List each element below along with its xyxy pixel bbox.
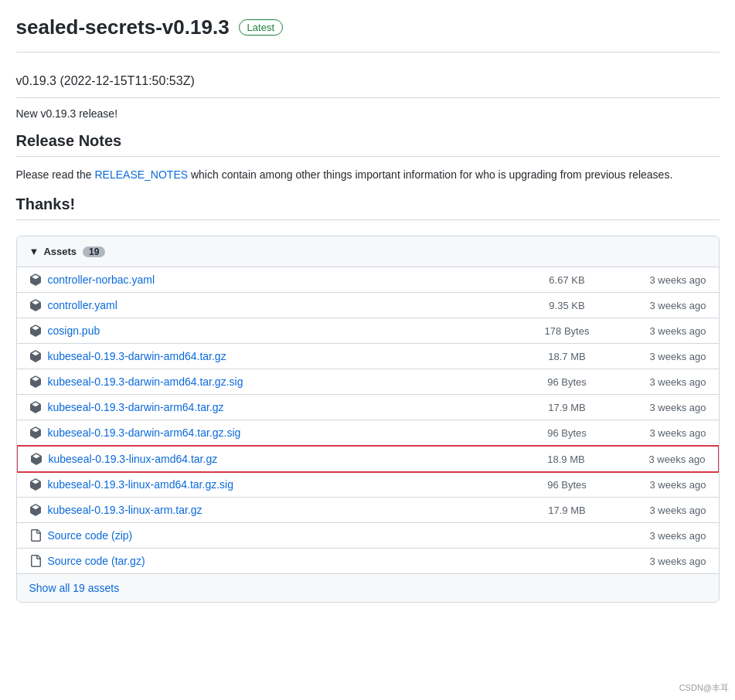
asset-time: 3 weeks ago bbox=[614, 505, 706, 516]
release-notes-pre: Please read the bbox=[16, 168, 95, 181]
asset-row: kubeseal-0.19.3-linux-amd64.tar.gz.sig96… bbox=[17, 472, 719, 498]
asset-name-link[interactable]: kubeseal-0.19.3-linux-amd64.tar.gz bbox=[49, 453, 520, 465]
release-notes-post: which contain among other things importa… bbox=[188, 168, 672, 181]
release-notes-text: Please read the RELEASE_NOTES which cont… bbox=[16, 166, 720, 183]
asset-row: Source code (zip)3 weeks ago bbox=[17, 523, 719, 549]
asset-time: 3 weeks ago bbox=[614, 402, 706, 413]
asset-row: kubeseal-0.19.3-darwin-amd64.tar.gz.sig9… bbox=[17, 369, 719, 395]
asset-name-link[interactable]: kubeseal-0.19.3-linux-arm.tar.gz bbox=[48, 504, 521, 516]
asset-row: kubeseal-0.19.3-darwin-amd64.tar.gz18.7 … bbox=[17, 344, 719, 369]
assets-chevron-icon: ▼ bbox=[29, 246, 39, 257]
asset-name-link[interactable]: kubeseal-0.19.3-darwin-amd64.tar.gz.sig bbox=[48, 375, 521, 388]
package-icon bbox=[29, 274, 42, 286]
release-description: New v0.19.3 release! bbox=[16, 107, 720, 120]
asset-time: 3 weeks ago bbox=[614, 376, 706, 388]
assets-heading: Assets bbox=[43, 246, 77, 257]
source-icon bbox=[29, 529, 42, 542]
latest-badge: Latest bbox=[239, 19, 283, 36]
asset-row: kubeseal-0.19.3-darwin-arm64.tar.gz.sig9… bbox=[17, 420, 719, 446]
asset-size: 18.9 MB bbox=[520, 454, 613, 465]
asset-time: 3 weeks ago bbox=[614, 530, 706, 542]
release-notes-heading: Release Notes bbox=[16, 132, 720, 157]
asset-name-link[interactable]: Source code (tar.gz) bbox=[48, 555, 521, 567]
package-icon bbox=[29, 299, 42, 311]
asset-row: cosign.pub178 Bytes3 weeks ago bbox=[17, 318, 719, 344]
assets-header: ▼ Assets 19 bbox=[17, 236, 719, 267]
asset-name-link[interactable]: kubeseal-0.19.3-darwin-amd64.tar.gz bbox=[48, 350, 521, 362]
asset-size: 6.67 KB bbox=[521, 274, 614, 286]
asset-size: 178 Bytes bbox=[521, 325, 614, 337]
asset-size: 96 Bytes bbox=[521, 479, 614, 491]
asset-row: kubeseal-0.19.3-linux-amd64.tar.gz18.9 M… bbox=[16, 445, 720, 473]
asset-time: 3 weeks ago bbox=[614, 351, 706, 362]
assets-count-badge: 19 bbox=[83, 246, 105, 257]
source-icon bbox=[29, 555, 42, 567]
asset-name-link[interactable]: Source code (zip) bbox=[48, 529, 521, 542]
asset-time: 3 weeks ago bbox=[614, 479, 706, 491]
package-icon bbox=[29, 325, 42, 337]
asset-time: 3 weeks ago bbox=[613, 454, 706, 465]
assets-section: ▼ Assets 19 controller-norbac.yaml6.67 K… bbox=[16, 236, 720, 603]
asset-size: 96 Bytes bbox=[521, 376, 614, 388]
show-all-assets-link[interactable]: Show all 19 assets bbox=[17, 573, 719, 602]
asset-time: 3 weeks ago bbox=[614, 274, 706, 286]
asset-name-link[interactable]: controller.yaml bbox=[48, 299, 521, 311]
release-header: sealed-secrets-v0.19.3 Latest bbox=[16, 15, 720, 53]
asset-name-link[interactable]: cosign.pub bbox=[48, 325, 521, 337]
asset-row: kubeseal-0.19.3-darwin-arm64.tar.gz17.9 … bbox=[17, 395, 719, 420]
asset-time: 3 weeks ago bbox=[614, 300, 706, 311]
asset-name-link[interactable]: kubeseal-0.19.3-linux-amd64.tar.gz.sig bbox=[48, 478, 521, 491]
package-icon bbox=[29, 375, 42, 388]
asset-size: 9.35 KB bbox=[521, 300, 614, 311]
page-container: sealed-secrets-v0.19.3 Latest v0.19.3 (2… bbox=[16, 15, 720, 603]
version-line: v0.19.3 (2022-12-15T11:50:53Z) bbox=[16, 65, 720, 98]
asset-size: 18.7 MB bbox=[521, 351, 614, 362]
asset-name-link[interactable]: controller-norbac.yaml bbox=[48, 274, 521, 286]
asset-name-link[interactable]: kubeseal-0.19.3-darwin-arm64.tar.gz.sig bbox=[48, 426, 521, 439]
asset-row: Source code (tar.gz)3 weeks ago bbox=[17, 549, 719, 573]
thanks-heading: Thanks! bbox=[16, 195, 720, 220]
asset-size: 17.9 MB bbox=[521, 505, 614, 516]
asset-row: kubeseal-0.19.3-linux-arm.tar.gz17.9 MB3… bbox=[17, 498, 719, 523]
release-title: sealed-secrets-v0.19.3 bbox=[16, 15, 230, 39]
package-icon bbox=[29, 350, 42, 362]
asset-row: controller-norbac.yaml6.67 KB3 weeks ago bbox=[17, 267, 719, 293]
asset-row: controller.yaml9.35 KB3 weeks ago bbox=[17, 293, 719, 318]
asset-size: 96 Bytes bbox=[521, 427, 614, 439]
assets-toggle[interactable]: ▼ Assets bbox=[29, 246, 77, 257]
package-icon bbox=[30, 453, 43, 465]
asset-time: 3 weeks ago bbox=[614, 427, 706, 439]
assets-list: controller-norbac.yaml6.67 KB3 weeks ago… bbox=[17, 267, 719, 573]
release-notes-link[interactable]: RELEASE_NOTES bbox=[94, 168, 188, 181]
package-icon bbox=[29, 504, 42, 516]
package-icon bbox=[29, 426, 42, 439]
package-icon bbox=[29, 478, 42, 491]
package-icon bbox=[29, 401, 42, 413]
asset-size: 17.9 MB bbox=[521, 402, 614, 413]
asset-time: 3 weeks ago bbox=[614, 556, 706, 567]
asset-time: 3 weeks ago bbox=[614, 325, 706, 337]
asset-name-link[interactable]: kubeseal-0.19.3-darwin-arm64.tar.gz bbox=[48, 401, 521, 413]
